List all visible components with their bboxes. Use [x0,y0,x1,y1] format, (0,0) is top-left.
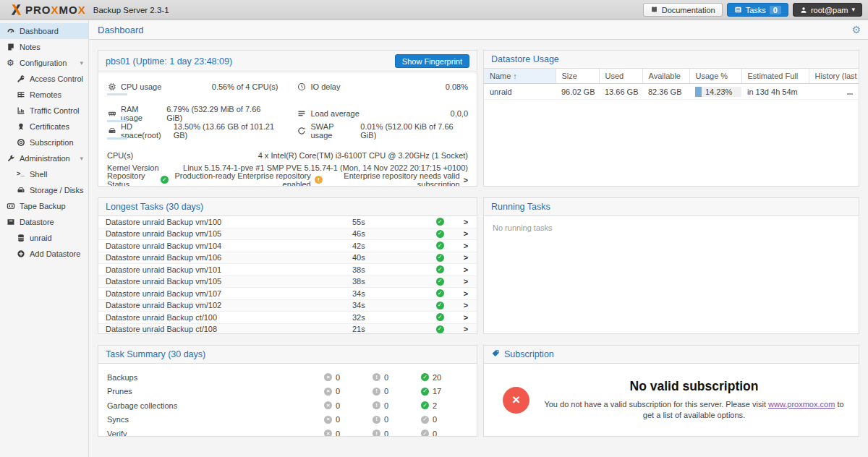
sidebar-item-dashboard[interactable]: Dashboard [0,23,88,39]
column-header-used[interactable]: Used [599,69,642,84]
usage-progress-bar: 14.23% [695,87,741,97]
task-row[interactable]: Datastore unraid Backup vm/10734s✓> [98,288,477,300]
collapse-caret-icon[interactable]: ▾ [80,59,83,67]
chevron-right-icon[interactable]: > [464,176,468,184]
sidebar-item-datastore-unraid[interactable]: unraid [0,230,88,246]
task-summary-row[interactable]: Prunes ×0 !0 ✓17 [98,385,477,399]
ok-count: 0 [433,415,437,424]
server-panel-title: pbs01 (Uptime: 1 day 23:48:09) [106,56,232,67]
task-duration: 34s [352,289,425,298]
task-row[interactable]: Datastore unraid Backup vm/10640s✓> [98,252,477,265]
sidebar-item-shell[interactable]: >_ Shell [0,166,88,182]
chevron-right-icon[interactable]: > [455,242,477,250]
task-summary-row[interactable]: Backups ×0 !0 ✓20 [98,370,477,385]
column-header-usage[interactable]: Usage % [689,69,741,84]
error-circle-icon: × [503,387,529,414]
sidebar-item-label: Configuration [20,59,67,67]
task-row[interactable]: Datastore unraid Backup vm/10442s✓> [98,240,477,252]
task-row[interactable]: Datastore unraid Backup vm/10538s✓> [98,276,477,289]
task-row[interactable]: Datastore unraid Backup vm/10055s✓> [98,216,477,228]
logo-text: PROXMOX [25,4,86,16]
error-count: 0 [336,387,340,396]
chevron-right-icon[interactable]: > [455,218,477,226]
subscription-panel: Subscription × No valid subscription You… [483,345,859,437]
documentation-button[interactable]: Documentation [643,3,723,17]
stat-value: 0.01% (512.00 KiB of 7.66 GiB) [360,122,468,140]
sidebar-item-tape-backup[interactable]: Tape Backup [0,198,88,214]
column-header-estimated-full[interactable]: Estimated Full [741,69,809,84]
column-header-history[interactable]: History (last Month) [809,69,859,84]
tasks-count-badge: 0 [770,6,781,14]
task-duration: 46s [352,229,425,238]
stat-ram-usage: RAM usage 6.79% (532.29 MiB of 7.66 GiB) [107,105,278,122]
sidebar-item-subscription[interactable]: Subscription [0,134,88,150]
book-icon [650,6,658,14]
sidebar-item-datastore[interactable]: Datastore [0,214,88,230]
sidebar-item-certificates[interactable]: Certificates [0,119,88,134]
task-type-label: Syncs [107,415,324,424]
sidebar-item-traffic-control[interactable]: Traffic Control [0,103,88,119]
task-row[interactable]: Datastore unraid Backup ct/10032s✓> [98,312,477,324]
cell-available: 82.36 GB [642,84,689,100]
note-icon [6,43,15,52]
sidebar-item-label: Shell [30,170,47,179]
task-row[interactable]: Datastore unraid Backup ct/10821s✓> [98,324,477,334]
task-name: Datastore unraid Backup vm/105 [106,277,352,286]
content-header: Dashboard ⚙ [89,20,868,40]
ok-count: 20 [433,373,441,382]
sidebar-item-storage-disks[interactable]: Storage / Disks [0,182,88,198]
collapse-caret-icon[interactable]: ▾ [80,155,83,162]
chevron-right-icon[interactable]: > [455,265,477,274]
chevron-right-icon[interactable]: > [455,313,477,322]
task-list-icon [734,6,742,14]
task-duration: 32s [352,313,425,322]
show-fingerprint-button[interactable]: Show Fingerprint [395,54,469,68]
gears-icon: ⚙ [6,59,15,68]
chevron-right-icon[interactable]: > [455,277,477,286]
tasks-label: Tasks [746,6,766,14]
check-circle-icon: ✓ [436,313,444,321]
life-ring-icon [16,138,25,148]
sidebar-item-label: Storage / Disks [30,186,84,195]
product-version-label: Backup Server 2.3-1 [93,6,169,14]
task-duration: 38s [352,265,425,274]
error-circle-icon: × [324,430,332,436]
sidebar-item-remotes[interactable]: Remotes [0,87,88,103]
chevron-right-icon[interactable]: > [455,325,477,333]
sidebar-item-administration[interactable]: Administration ▾ [0,150,88,166]
column-header-size[interactable]: Size [556,69,599,84]
tape-icon [6,202,15,211]
check-circle-icon: ✓ [436,254,444,262]
documentation-label: Documentation [662,6,715,14]
task-summary-row[interactable]: Syncs ×0 !0 ✓0 [98,413,477,427]
chevron-right-icon[interactable]: > [455,229,477,238]
check-circle-icon: ✓ [421,416,429,424]
task-row[interactable]: Datastore unraid Backup vm/10138s✓> [98,264,477,276]
chevron-right-icon[interactable]: > [455,301,477,309]
plus-circle-icon [16,249,25,259]
sidebar-item-notes[interactable]: Notes [0,39,88,55]
check-circle-icon: ✓ [421,430,429,436]
sidebar-item-configuration[interactable]: ⚙ Configuration ▾ [0,55,88,71]
task-row[interactable]: Datastore unraid Backup vm/10234s✓> [98,300,477,312]
tasks-button[interactable]: Tasks 0 [727,3,788,17]
chevron-right-icon[interactable]: > [455,253,477,262]
column-header-available[interactable]: Available [642,69,689,84]
task-summary-row[interactable]: Garbage collections ×0 !0 ✓2 [98,398,477,413]
table-row[interactable]: unraid 96.02 GB 13.66 GB 82.36 GB 14.23%… [484,84,859,100]
proxmox-link[interactable]: www.proxmox.com [768,400,835,409]
cell-estimated-full: in 13d 4h 54m [741,84,809,100]
error-circle-icon: × [324,401,332,409]
check-circle-icon: ✓ [436,230,444,238]
hdd-icon [107,127,116,136]
top-bar: PROXMOX Backup Server 2.3-1 Documentatio… [0,0,868,20]
user-menu-button[interactable]: root@pam ▾ [793,3,862,17]
chevron-right-icon[interactable]: > [455,289,477,298]
sidebar-item-access-control[interactable]: Access Control [0,71,88,87]
column-header-name[interactable]: Name↑ [484,69,556,84]
dashboard-settings-gear-icon[interactable]: ⚙ [851,24,861,35]
stat-value: 6.79% (532.29 MiB of 7.66 GiB) [166,105,278,122]
task-row[interactable]: Datastore unraid Backup vm/10546s✓> [98,228,477,241]
task-summary-row[interactable]: Verify ×0 !0 ✓0 [98,427,477,436]
sidebar-item-add-datastore[interactable]: Add Datastore [0,246,88,262]
